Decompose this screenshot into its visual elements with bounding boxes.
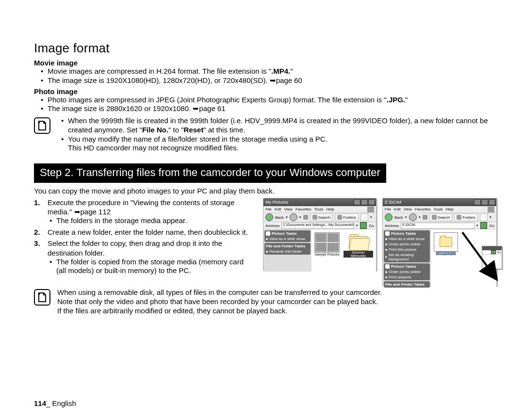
file-folder-tasks-panel: File and Folder Tasks: [384, 281, 430, 288]
page-title: Image format: [34, 41, 497, 56]
picture-tasks-icon: [385, 264, 390, 269]
toolbar: Back ▾ ▾ Search Folders ▾: [383, 213, 496, 222]
folders-button[interactable]: Folders: [335, 213, 359, 221]
photo-bullet-1: Photo images are compressed in JPEG (Joi…: [34, 96, 497, 105]
back-button[interactable]: [265, 213, 273, 221]
note1-line2: You may modify the name of a file/folder…: [57, 135, 497, 153]
movie-image-heading: Movie image: [34, 59, 497, 67]
maximize-button[interactable]: [361, 199, 368, 205]
drag-arrow-icon: [457, 228, 500, 282]
views-button[interactable]: [480, 213, 488, 221]
note2-line1: When using a removable disk, all types o…: [57, 288, 497, 297]
task-item[interactable]: Set as desktop background: [385, 253, 428, 261]
menu-tools[interactable]: Tools: [314, 207, 324, 211]
step-1-sub: The folders in the storage media appear.: [48, 216, 254, 226]
screenshots: My Pictures File Edit View Favorites Too…: [263, 198, 497, 286]
search-icon: [432, 215, 437, 220]
side-panel: Picture Tasks View as a slide show File …: [263, 229, 311, 272]
step-3-sub: The folder is copied from the storage me…: [48, 258, 254, 276]
address-bar: Address C:\Documents and Settings\...\My…: [263, 222, 376, 229]
page: Image format Movie image Movie images ar…: [0, 0, 524, 420]
up-icon[interactable]: [303, 215, 308, 220]
menu-favorites[interactable]: Favorites: [415, 207, 431, 211]
windows-logo-icon: [488, 207, 494, 212]
step-1: 1. Execute the procedure in "Viewing the…: [34, 198, 254, 226]
note-icon: [34, 117, 50, 134]
folder-icon: [440, 237, 452, 247]
maximize-button[interactable]: [481, 199, 488, 205]
screenshot-dcim: E:\DCIM File Edit View Favorites Tools H…: [382, 198, 497, 286]
menu-tools[interactable]: Tools: [434, 207, 443, 211]
forward-button[interactable]: [290, 213, 297, 221]
steps-list: 1. Execute the procedure in "Viewing the…: [34, 198, 254, 275]
folder-icon: [349, 234, 368, 250]
folders-button[interactable]: Folders: [454, 213, 478, 221]
picture-tasks-icon: [266, 231, 270, 236]
sample-pictures-item[interactable]: Sample Pictures: [314, 232, 340, 256]
note-2: When using a removable disk, all types o…: [34, 288, 497, 315]
menu-help[interactable]: Help: [445, 207, 453, 211]
picture-tasks-panel: Picture Tasks View as a slide show: [264, 230, 311, 242]
address-input[interactable]: C:\Documents and Settings\...\My Documen…: [281, 223, 354, 229]
note-1: When the 9999th file is created in the 9…: [34, 116, 497, 155]
intro-text: You can copy the movie and photo images …: [34, 187, 497, 195]
movie-list: Movie images are compressed in H.264 for…: [34, 67, 497, 85]
folder-thumb: [434, 232, 458, 252]
close-button[interactable]: [368, 199, 375, 205]
minimize-button[interactable]: [474, 199, 481, 205]
views-button[interactable]: [360, 213, 368, 221]
menu-edit[interactable]: Edit: [394, 207, 401, 211]
search-button[interactable]: Search: [429, 213, 452, 221]
photo-image-heading: Photo image: [34, 87, 497, 96]
toolbar: Back ▾ ▾ Search Folders ▾: [263, 213, 376, 222]
picture-tasks-icon: [385, 231, 390, 236]
address-input[interactable]: E:\DCIM: [401, 223, 475, 229]
screenshot-my-pictures: My Pictures File Edit View Favorites Too…: [263, 198, 377, 271]
menu-bar: File Edit View Favorites Tools Help: [383, 206, 496, 213]
go-button[interactable]: [360, 222, 367, 229]
page-footer: 114_ English: [34, 399, 76, 407]
page-number: 114: [34, 399, 46, 407]
task-rename[interactable]: Rename this folder: [266, 249, 309, 254]
menu-view[interactable]: View: [284, 207, 293, 211]
menu-favorites[interactable]: Favorites: [295, 207, 311, 211]
note1-line1: When the 9999th file is created in the 9…: [57, 116, 497, 135]
dcim-folder-item[interactable]: 100PHOTO: [434, 232, 458, 255]
forward-button[interactable]: [409, 213, 417, 221]
page-language: _ English: [46, 399, 76, 407]
windows-logo-icon: [367, 207, 374, 212]
menu-help[interactable]: Help: [326, 207, 334, 211]
note2-line3: If the files are arbitrarily modified or…: [57, 307, 497, 316]
task-item[interactable]: Print pictures: [385, 275, 428, 279]
movie-bullet-2: The image size is 1920X1080(HD), 1280x72…: [34, 76, 497, 85]
menu-file[interactable]: File: [385, 207, 391, 211]
note-icon: [34, 289, 50, 306]
file-folder-tasks-panel: File and Folder Tasks Rename this folder: [264, 243, 311, 255]
step-3: 3. Select the folder to copy, then drag …: [34, 239, 254, 275]
back-button[interactable]: [385, 213, 393, 221]
minimize-button[interactable]: [354, 199, 360, 205]
search-button[interactable]: Search: [310, 213, 333, 221]
titlebar: My Pictures: [263, 198, 376, 206]
picture-tasks-panel-2: Picture Tasks Order prints online Print …: [384, 263, 430, 280]
side-panel: Picture Tasks View as a slide show Order…: [383, 229, 431, 287]
menu-bar: File Edit View Favorites Tools Help: [263, 206, 376, 213]
movie-bullet-1: Movie images are compressed in H.264 for…: [34, 67, 497, 76]
note2-line2: Note that only the video and photo that …: [57, 297, 497, 307]
folders-icon: [337, 215, 342, 220]
close-button[interactable]: [489, 199, 495, 205]
task-item[interactable]: View as a slide show: [385, 237, 428, 241]
new-folder-item[interactable]: Summer Memories: [344, 232, 373, 258]
menu-view[interactable]: View: [404, 207, 412, 211]
picture-tasks-panel: Picture Tasks View as a slide show Order…: [384, 230, 430, 262]
task-item[interactable]: Print this picture: [385, 247, 428, 252]
task-slideshow[interactable]: View as a slide show: [266, 237, 309, 241]
step-2: 2. Create a new folder, enter the folder…: [34, 227, 254, 237]
step-banner: Step 2. Transferring files from the camc…: [34, 163, 386, 183]
menu-file[interactable]: File: [265, 207, 272, 211]
up-icon[interactable]: [423, 215, 427, 220]
task-item[interactable]: Order prints online: [385, 270, 428, 274]
go-button[interactable]: [480, 222, 487, 229]
menu-edit[interactable]: Edit: [275, 207, 281, 211]
task-item[interactable]: Order prints online: [385, 242, 428, 246]
